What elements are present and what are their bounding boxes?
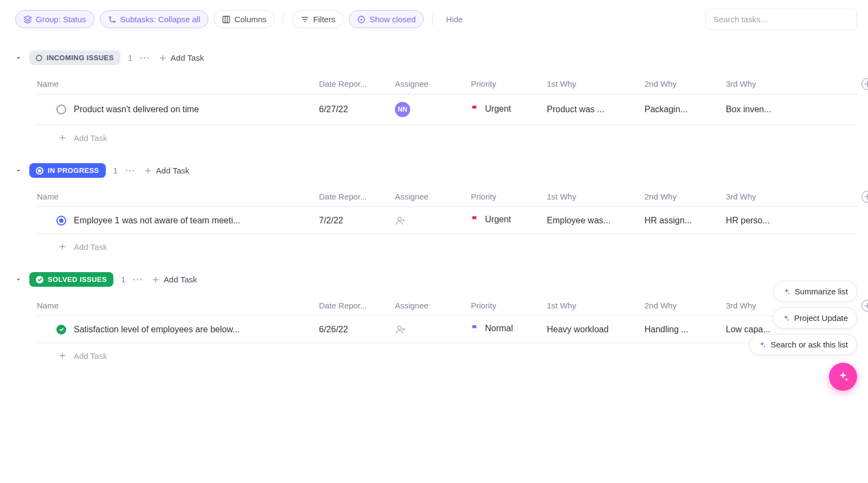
col-why1[interactable]: 1st Why xyxy=(547,79,644,88)
flag-icon xyxy=(471,324,480,333)
task-why1[interactable]: Product was ... xyxy=(547,105,644,114)
ai-suggestions: Summarize list Project Update Search or … xyxy=(749,281,857,355)
columns-icon xyxy=(222,15,231,24)
chevron-down-icon[interactable] xyxy=(15,55,22,61)
svg-point-0 xyxy=(109,16,111,18)
svg-point-5 xyxy=(398,326,401,330)
group-by-pill[interactable]: Group: Status xyxy=(15,10,94,28)
avatar[interactable]: NN xyxy=(395,102,410,117)
subtasks-pill[interactable]: Subtasks: Collapse all xyxy=(100,10,209,28)
task-date[interactable]: 6/26/22 xyxy=(319,325,395,334)
col-why1[interactable]: 1st Why xyxy=(547,192,644,201)
task-why1[interactable]: Heavy workload xyxy=(547,325,644,334)
plus-icon xyxy=(863,79,868,89)
task-why2[interactable]: Packagin... xyxy=(644,105,726,114)
svg-point-1 xyxy=(113,21,115,22)
task-assignee[interactable] xyxy=(395,324,471,335)
task-row[interactable]: Product wasn't delivered on time 6/27/22… xyxy=(37,94,857,125)
task-priority[interactable]: Urgent xyxy=(471,215,511,224)
col-why1[interactable]: 1st Why xyxy=(547,301,644,310)
status-indicator-open[interactable] xyxy=(56,105,66,114)
col-date-reported[interactable]: Date Repor... xyxy=(319,79,395,88)
add-column-button[interactable] xyxy=(861,300,868,312)
filters-pill[interactable]: Filters xyxy=(292,10,343,28)
plus-icon xyxy=(58,133,67,143)
task-why2[interactable]: Handling ... xyxy=(644,325,726,334)
col-why2[interactable]: 2nd Why xyxy=(644,301,726,310)
sparkle-icon xyxy=(758,341,766,349)
search-input[interactable] xyxy=(705,9,857,30)
add-task-header-button[interactable]: Add Task xyxy=(151,275,197,285)
col-name[interactable]: Name xyxy=(37,192,319,201)
status-indicator-done[interactable] xyxy=(56,325,66,334)
col-date-reported[interactable]: Date Repor... xyxy=(319,192,395,201)
col-why3[interactable]: 3rd Why xyxy=(726,192,791,201)
col-date-reported[interactable]: Date Repor... xyxy=(319,301,395,310)
chevron-down-icon[interactable] xyxy=(15,168,22,174)
add-task-row-button[interactable]: Add Task xyxy=(37,343,857,360)
add-task-row-button[interactable]: Add Task xyxy=(37,234,857,252)
col-assignee[interactable]: Assignee xyxy=(395,192,471,201)
group-header: SOLVED ISSUES 1 ··· Add Task xyxy=(15,268,857,295)
plus-icon xyxy=(863,301,868,311)
col-priority[interactable]: Priority xyxy=(471,79,547,88)
task-date[interactable]: 7/2/22 xyxy=(319,216,395,226)
col-why2[interactable]: 2nd Why xyxy=(644,79,726,88)
task-row[interactable]: Satisfaction level of employees are belo… xyxy=(37,316,857,343)
task-priority[interactable]: Normal xyxy=(471,324,513,333)
ai-summarize-button[interactable]: Summarize list xyxy=(774,281,857,302)
check-icon xyxy=(37,276,43,282)
ai-search-ask-button[interactable]: Search or ask this list xyxy=(749,334,857,355)
group-header: IN PROGRESS 1 ··· Add Task xyxy=(15,159,857,186)
task-why3[interactable]: HR perso... xyxy=(726,216,791,226)
hide-button[interactable]: Hide xyxy=(442,15,467,24)
task-priority[interactable]: Urgent xyxy=(471,104,511,114)
ai-fab-button[interactable] xyxy=(829,363,857,391)
task-why2[interactable]: HR assign... xyxy=(644,216,726,226)
ai-project-update-button[interactable]: Project Update xyxy=(773,307,857,329)
task-assignee[interactable]: NN xyxy=(395,102,471,117)
status-pill[interactable]: INCOMING ISSUES xyxy=(29,50,120,65)
status-pill[interactable]: SOLVED ISSUES xyxy=(29,272,113,287)
add-task-header-button[interactable]: Add Task xyxy=(143,166,189,176)
show-closed-pill[interactable]: Show closed xyxy=(349,10,424,28)
group-by-label: Group: Status xyxy=(36,15,86,24)
col-name[interactable]: Name xyxy=(37,301,319,310)
col-assignee[interactable]: Assignee xyxy=(395,301,471,310)
subtask-icon xyxy=(108,15,117,24)
add-task-row-button[interactable]: Add Task xyxy=(37,125,857,143)
task-row[interactable]: Employee 1 was not aware of team meeti..… xyxy=(37,207,857,234)
sparkle-icon xyxy=(782,314,790,322)
status-indicator-progress[interactable] xyxy=(56,216,66,226)
separator xyxy=(432,14,433,25)
task-date[interactable]: 6/27/22 xyxy=(319,105,395,114)
col-priority[interactable]: Priority xyxy=(471,192,547,201)
sparkle-icon xyxy=(783,288,790,295)
column-header-row: Name Date Repor... Assignee Priority 1st… xyxy=(37,186,857,207)
group: INCOMING ISSUES 1 ··· Add Task Name Date… xyxy=(15,46,857,143)
chevron-down-icon[interactable] xyxy=(15,276,22,283)
add-assignee-icon[interactable] xyxy=(395,324,406,335)
task-name: Satisfaction level of employees are belo… xyxy=(74,325,240,334)
task-name: Employee 1 was not aware of team meeti..… xyxy=(74,216,240,226)
task-assignee[interactable] xyxy=(395,215,471,226)
more-actions-button[interactable]: ··· xyxy=(133,275,143,284)
show-closed-label: Show closed xyxy=(369,15,416,24)
add-column-button[interactable] xyxy=(861,78,868,90)
task-why1[interactable]: Employee was... xyxy=(547,216,644,226)
task-why3[interactable]: Box inven... xyxy=(726,105,791,114)
col-priority[interactable]: Priority xyxy=(471,301,547,310)
status-pill[interactable]: IN PROGRESS xyxy=(29,163,106,178)
add-task-header-button[interactable]: Add Task xyxy=(158,53,204,63)
add-assignee-icon[interactable] xyxy=(395,215,406,226)
col-why3[interactable]: 3rd Why xyxy=(726,79,791,88)
more-actions-button[interactable]: ··· xyxy=(125,166,136,175)
col-assignee[interactable]: Assignee xyxy=(395,79,471,88)
add-column-button[interactable] xyxy=(861,191,868,203)
col-why2[interactable]: 2nd Why xyxy=(644,192,726,201)
more-actions-button[interactable]: ··· xyxy=(140,53,150,62)
plus-icon xyxy=(158,53,168,63)
separator xyxy=(283,14,284,25)
columns-pill[interactable]: Columns xyxy=(214,10,275,28)
col-name[interactable]: Name xyxy=(37,79,319,88)
